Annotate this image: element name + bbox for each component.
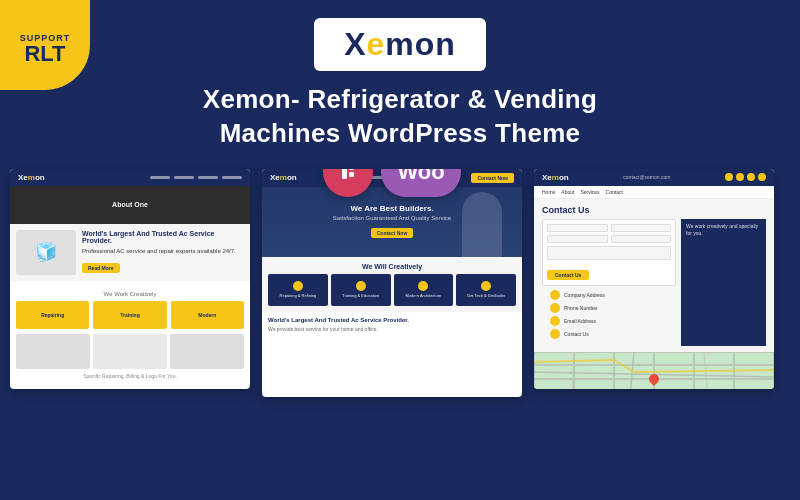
svg-rect-1 xyxy=(342,169,347,179)
ss-mid-feature-card-1: Repairing & Refining xyxy=(268,274,328,306)
ss-right-input-email[interactable] xyxy=(547,235,608,243)
ss-left-fridge-image: 🧊 xyxy=(16,230,76,275)
ss-right-textarea[interactable] xyxy=(547,246,671,260)
ss-mid-bottom: World's Largest And Trusted Ac Service P… xyxy=(262,312,522,338)
xemon-logo: Xemon xyxy=(344,26,456,63)
logo-box: Xemon xyxy=(314,18,486,71)
ss-left-section2-title: We Work Creatively xyxy=(16,291,244,297)
ss-mid-feature-section: We Will Creatively Repairing & Refining … xyxy=(262,257,522,312)
ss-left-appliance-2 xyxy=(93,334,167,369)
svg-line-10 xyxy=(614,360,634,372)
ss-right-contact-layout: Contact Us Company Address Phone Number xyxy=(542,219,766,346)
ss-right-logo: Xemon xyxy=(542,173,569,182)
screenshot-left: Xemon About One 🧊 World's Largest And Tr… xyxy=(10,169,250,389)
screenshot-middle: Woo Xemon Contact Now We Are Best Builde… xyxy=(262,169,522,397)
ss-left-appliances xyxy=(16,334,244,369)
ss-left-read-more-btn[interactable]: Read More xyxy=(82,263,120,273)
ss-right-social xyxy=(725,173,766,181)
ss-right-info-row-3: Email Address xyxy=(550,316,668,326)
ss-right-phone-icon xyxy=(550,303,560,313)
ss-left-section2: We Work Creatively Repairing Training Mo… xyxy=(10,285,250,385)
ss-right-form-row-1 xyxy=(547,224,671,232)
ss-left-card-1: Repairing xyxy=(16,301,89,329)
ss-mid-feature-icon-1 xyxy=(293,281,303,291)
ss-left-logo: Xemon xyxy=(18,173,45,182)
ss-left-nav-item xyxy=(150,176,170,179)
ss-mid-bottom-text: We provide best service for your home an… xyxy=(268,326,516,333)
ss-right-info-row-1: Company Address xyxy=(550,290,668,300)
ss-right-submit-btn[interactable]: Contact Us xyxy=(547,270,589,280)
ss-right-nav-item-3: Services xyxy=(580,189,599,195)
ss-right-form-row-2 xyxy=(547,235,671,243)
ss-right-input-address[interactable] xyxy=(611,224,672,232)
ss-mid-hero: We Are Best Builders. Satisfaction Guara… xyxy=(262,187,522,257)
elementor-icon xyxy=(323,169,373,197)
ss-mid-feature-cards: Repairing & Refining Training & Educatio… xyxy=(268,274,516,306)
plugin-icons: Woo xyxy=(323,169,461,197)
ss-mid-cta-btn[interactable]: Contact Now xyxy=(471,173,514,183)
ss-right-address-icon xyxy=(550,290,560,300)
ss-right-hero-title: Contact Us xyxy=(542,205,766,215)
svg-rect-0 xyxy=(334,169,362,186)
ss-right-col-right-text: We work creatively and specially for you… xyxy=(686,223,761,238)
ss-right-info-row-4: Contact Us xyxy=(550,329,668,339)
ss-mid-hero-title: We Are Best Builders. xyxy=(333,204,451,213)
screenshot-right: Xemon contact@xemon.com Home About Servi… xyxy=(534,169,774,389)
ss-mid-feature-text-3: Modern Architecture xyxy=(405,293,441,298)
ss-mid-feature-card-4: Get Tech & Gridboiler xyxy=(456,274,516,306)
ss-right-map xyxy=(534,352,774,389)
ss-right-hero-section: Contact Us xyxy=(534,199,774,352)
ss-right-email-text: Email Address xyxy=(564,318,596,324)
svg-rect-3 xyxy=(349,172,354,177)
ss-right-nav-item-1: Home xyxy=(542,189,555,195)
ss-mid-feature-text-4: Get Tech & Gridboiler xyxy=(467,293,505,298)
ss-left-appliance-label: Specific Repairing, Billing & Logo For Y… xyxy=(16,373,244,379)
ss-right-info: Company Address Phone Number Email Addre… xyxy=(542,286,676,346)
support-badge: SUPPORT RLT xyxy=(0,0,90,90)
main-container: SUPPORT RLT Xemon Xemon- Refrigerator & … xyxy=(0,0,800,500)
ss-right-nav-item-4: Contact xyxy=(606,189,623,195)
woo-text: Woo xyxy=(397,169,444,185)
ss-mid-hero-sub: Satisfaction Guaranteed And Quality Serv… xyxy=(333,215,451,221)
ss-right-social-icon-1 xyxy=(725,173,733,181)
ss-right-social-icon-2 xyxy=(736,173,744,181)
ss-right-social-icon-4 xyxy=(758,173,766,181)
ss-left-nav-item xyxy=(222,176,242,179)
ss-mid-feature-text-2: Training & Education xyxy=(342,293,379,298)
ss-right-nav-item-2: About xyxy=(561,189,574,195)
ss-left-body: 🧊 World's Largest And Trusted Ac Service… xyxy=(10,224,250,281)
ss-right-info-row-2: Phone Number xyxy=(550,303,668,313)
ss-right-contact-text: Contact Us xyxy=(564,331,589,337)
svg-line-9 xyxy=(534,360,614,362)
ss-right-contact-icon xyxy=(550,329,560,339)
ss-right-contact-info: contact@xemon.com xyxy=(623,174,670,180)
ss-left-cards: Repairing Training Modern xyxy=(16,301,244,329)
ss-left-card-2: Training xyxy=(93,301,166,329)
ss-right-phone-text: Phone Number xyxy=(564,305,598,311)
svg-line-11 xyxy=(634,370,774,372)
ss-mid-feature-icon-3 xyxy=(418,281,428,291)
ss-right-email-icon xyxy=(550,316,560,326)
ss-left-nav-item xyxy=(198,176,218,179)
woo-icon: Woo xyxy=(381,169,461,197)
svg-rect-2 xyxy=(349,169,354,170)
ss-right-nav: Home About Services Contact xyxy=(534,186,774,199)
ss-left-appliance-1 xyxy=(16,334,90,369)
ss-right-address-text: Company Address xyxy=(564,292,605,298)
ss-right-input-name[interactable] xyxy=(547,224,608,232)
ss-mid-feature-text-1: Repairing & Refining xyxy=(280,293,317,298)
ss-left-card-3: Modern xyxy=(171,301,244,329)
ss-mid-hero-btn[interactable]: Contact Now xyxy=(371,228,414,238)
ss-mid-bottom-title: World's Largest And Trusted Ac Service P… xyxy=(268,317,516,323)
ss-left-nav xyxy=(150,176,242,179)
ss-mid-worker-image xyxy=(462,192,502,257)
ss-mid-feature-icon-4 xyxy=(481,281,491,291)
ss-mid-feature-card-3: Modern Architecture xyxy=(394,274,454,306)
main-title: Xemon- Refrigerator & Vending Machines W… xyxy=(203,83,597,151)
ss-right-input-phone[interactable] xyxy=(611,235,672,243)
ss-mid-feature-icon-2 xyxy=(356,281,366,291)
ss-right-col-right: We work creatively and specially for you… xyxy=(681,219,766,346)
svg-line-6 xyxy=(572,352,574,389)
rlt-label: RLT xyxy=(24,43,65,65)
ss-right-contact-form: Contact Us xyxy=(542,219,676,286)
